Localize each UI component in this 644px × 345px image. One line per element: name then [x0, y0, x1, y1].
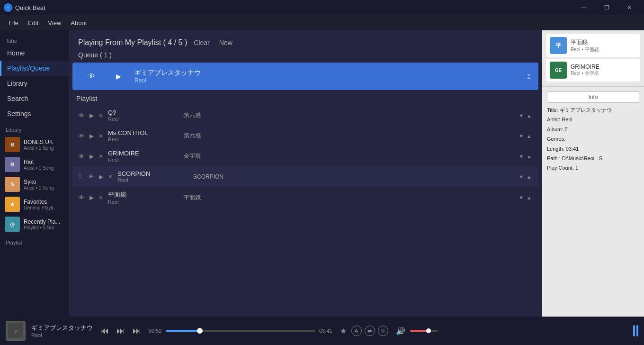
pl-eye-icon-5[interactable]: 👁	[78, 194, 85, 201]
sidebar-item-playlist-queue[interactable]: Playlist/Queue	[0, 61, 69, 76]
pl-remove-btn-5[interactable]: ✕	[98, 194, 103, 201]
info-length-label: Length:	[547, 146, 564, 152]
pause-bar-2	[636, 325, 638, 336]
pl-play-btn-2[interactable]: ▶	[89, 133, 94, 139]
right-panel: 平 平面鏡 Reol • 平面鏡 GE GRIMOIRE Reol • 金字塔 …	[542, 30, 644, 317]
library-item-bones-uk[interactable]: B BONES UK Artist • 1 Song	[0, 135, 69, 154]
info-playcount-row: Play Count: 1	[547, 164, 639, 172]
new-button[interactable]: New	[216, 38, 235, 47]
pl-down-1[interactable]: ▼	[518, 112, 525, 119]
library-item-favorites[interactable]: ★ Favorites Generic Playli...	[0, 194, 69, 214]
playlist-row[interactable]: 👁 ▶ ✕ Q? Reol 第六感 ▼ ▲	[72, 105, 538, 126]
library-name-riot: Riot	[24, 159, 54, 165]
library-item-syko[interactable]: S Syko Artist • 1 Song	[0, 174, 69, 194]
library-item-riot[interactable]: R Riot Artist • 1 Song	[0, 154, 69, 174]
library-item-recently-played[interactable]: ◷ Recently Pla... Playlist • 5 Sor	[0, 214, 69, 234]
svg-text:♪: ♪	[14, 327, 17, 334]
pl-play-btn-1[interactable]: ▶	[89, 112, 94, 119]
player-track-artist: Reol	[31, 332, 93, 338]
sidebar-item-home[interactable]: Home	[0, 45, 69, 61]
pl-down-4[interactable]: ▼	[518, 173, 525, 181]
library-thumb-bones-uk: B	[5, 137, 20, 152]
library-name-favorites: Favorites	[24, 199, 57, 205]
progress-bar[interactable]	[166, 330, 315, 332]
queue-label: Queue ( 1 )	[78, 51, 533, 59]
playlist-section: Playlist 👁 ▶ ✕ Q? Reol 第六感 ▼ ▲ 👁 ▶	[69, 90, 542, 317]
info-length-value: 03:41	[566, 146, 579, 152]
menu-about[interactable]: About	[66, 18, 91, 28]
pause-indicator	[633, 325, 638, 336]
close-button[interactable]: ✕	[618, 0, 640, 15]
queue-track-title: ギミアブレスタッナウ	[134, 69, 521, 77]
pl-play-btn-5[interactable]: ▶	[89, 194, 94, 201]
queue-section: 👁 ▶ ギミアブレスタッナウ Reol Σ	[69, 63, 542, 90]
pl-remove-btn-4[interactable]: ✕	[108, 173, 113, 180]
pl-down-2[interactable]: ▼	[518, 132, 525, 140]
next-track-button[interactable]: ⏭	[131, 325, 143, 337]
pl-down-5[interactable]: ▼	[518, 194, 525, 201]
playlist-row[interactable]: 👁 ▶ ✕ GRIMOIRE Reol 金字塔 ▼ ▲	[72, 146, 538, 166]
volume-bar[interactable]	[410, 330, 438, 332]
playlist-row-highlighted[interactable]: ⠿ 👁 ▶ ✕ SCORPION Reol SCORPION ▼ ▲	[72, 166, 538, 187]
pl-remove-btn-3[interactable]: ✕	[98, 153, 103, 160]
info-title-row: Title: ギミアブレスタッナウ	[547, 107, 639, 114]
queue-eye-icon[interactable]: 👁	[80, 67, 103, 85]
info-artist-value: Reol	[562, 117, 572, 122]
pl-eye-icon-2[interactable]: 👁	[78, 132, 85, 140]
sidebar-item-library[interactable]: Library	[0, 76, 69, 91]
pl-down-3[interactable]: ▼	[518, 153, 525, 160]
drag-handle-4[interactable]: ⠿	[78, 173, 82, 180]
pl-eye-icon-3[interactable]: 👁	[78, 153, 85, 160]
sidebar-item-home-label: Home	[7, 49, 25, 57]
playlist-section-label: Playlist	[0, 234, 69, 247]
playlist-row[interactable]: 👁 ▶ ✕ 平面鏡 Reol 平面鏡 ▼ ▲	[72, 187, 538, 209]
pl-up-2[interactable]: ▲	[526, 132, 533, 140]
maximize-button[interactable]: ❐	[596, 0, 617, 15]
queue-play-button[interactable]: ▶	[108, 68, 129, 85]
pl-play-btn-3[interactable]: ▶	[89, 153, 94, 160]
pl-eye-icon-4[interactable]: 👁	[88, 173, 94, 181]
previous-button[interactable]: ⏮	[98, 325, 111, 337]
library-name-recently-played: Recently Pla...	[24, 218, 60, 225]
sidebar-item-settings[interactable]: Settings	[0, 106, 69, 121]
pl-arrows-1: ▼ ▲	[518, 112, 533, 119]
repeat-button[interactable]: ⇌	[365, 326, 375, 336]
pl-eye-icon-1[interactable]: 👁	[78, 112, 85, 119]
minimize-button[interactable]: —	[573, 0, 595, 15]
volume-icon[interactable]: 🔊	[394, 326, 407, 336]
app-logo	[4, 3, 12, 12]
right-item-hiragana[interactable]: 平 平面鏡 Reol • 平面鏡	[546, 34, 640, 57]
pl-up-1[interactable]: ▲	[526, 112, 533, 119]
pl-up-3[interactable]: ▲	[526, 153, 533, 160]
pl-album-5: 平面鏡	[184, 194, 513, 202]
library-name-syko: Syko	[24, 179, 54, 185]
info-tab[interactable]: Info	[547, 91, 639, 103]
pl-remove-btn-1[interactable]: ✕	[98, 112, 103, 119]
a-button[interactable]: A	[351, 326, 362, 336]
count-button[interactable]: ①	[378, 326, 388, 336]
pl-up-5[interactable]: ▲	[526, 194, 533, 201]
pl-track-artist-2: Reol	[108, 136, 179, 142]
pl-remove-btn-2[interactable]: ✕	[98, 133, 103, 139]
info-artist-row: Artist: Reol	[547, 116, 639, 123]
right-item-grimoire[interactable]: GE GRIMOIRE Reol • 金字塔	[546, 59, 640, 82]
info-artist-label: Artist:	[547, 117, 560, 122]
menu-view[interactable]: View	[43, 18, 66, 28]
menu-file[interactable]: File	[4, 18, 23, 28]
player-track-info: ギミアブレスタッナウ Reol	[31, 324, 93, 338]
pl-up-4[interactable]: ▲	[526, 173, 533, 181]
sidebar-item-search[interactable]: Search	[0, 91, 69, 106]
pl-play-btn-4[interactable]: ▶	[99, 173, 103, 180]
main-layout: Tabs Home Playlist/Queue Library Search …	[0, 30, 644, 317]
prev-track-button[interactable]: ⏭	[115, 325, 127, 337]
favorite-button[interactable]: ★	[338, 326, 349, 336]
pl-arrows-4: ▼ ▲	[518, 173, 533, 181]
sidebar-item-search-label: Search	[7, 95, 28, 102]
playlist-row[interactable]: 👁 ▶ ✕ Ms.CONTROL Reol 第六感 ▼ ▲	[72, 126, 538, 146]
clear-button[interactable]: Clear	[191, 38, 212, 47]
menu-edit[interactable]: Edit	[23, 18, 43, 28]
content-area: Playing From My Playlist ( 4 / 5 ) Clear…	[69, 30, 542, 317]
library-section-label: Library	[0, 121, 69, 135]
pl-album-1: 第六感	[184, 111, 513, 119]
volume-fill	[410, 330, 429, 332]
